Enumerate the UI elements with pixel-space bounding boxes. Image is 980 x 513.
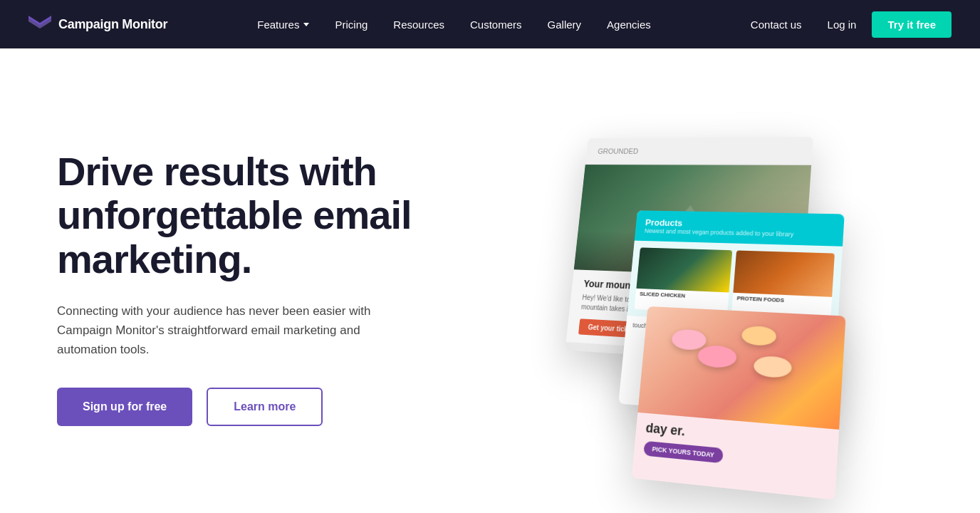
login-link[interactable]: Log in — [818, 13, 867, 36]
nav-links: Features Pricing Resources Customers Gal… — [247, 13, 661, 36]
card1-header: GROUNDED — [585, 137, 813, 165]
signup-free-button[interactable]: Sign up for free — [57, 388, 192, 426]
hero-content: Drive results with unforgettable email m… — [57, 150, 456, 426]
hero-buttons: Sign up for free Learn more — [57, 388, 456, 426]
nav-resources[interactable]: Resources — [383, 13, 454, 36]
chevron-down-icon — [303, 23, 309, 26]
nav-gallery[interactable]: Gallery — [538, 13, 592, 36]
hero-section: Drive results with unforgettable email m… — [0, 48, 980, 513]
logo-icon — [28, 16, 51, 33]
card3-suffix: er. — [667, 423, 686, 439]
try-free-button[interactable]: Try it free — [872, 11, 952, 38]
learn-more-button[interactable]: Learn more — [207, 388, 323, 426]
nav-pricing[interactable]: Pricing — [325, 13, 377, 36]
email-stack: GROUNDED Your mountain is waiting! Hey! … — [504, 123, 917, 483]
nav-customers[interactable]: Customers — [460, 13, 532, 36]
navbar: Campaign Monitor Features Pricing Resour… — [0, 0, 980, 48]
hero-visual: GROUNDED Your mountain is waiting! Hey! … — [456, 110, 952, 466]
contact-link[interactable]: Contact us — [741, 13, 812, 36]
grounded-label: GROUNDED — [598, 147, 639, 155]
logo-text: Campaign Monitor — [58, 17, 167, 32]
product-image-2 — [733, 250, 835, 296]
logo[interactable]: Campaign Monitor — [28, 16, 167, 33]
hero-title: Drive results with unforgettable email m… — [57, 150, 456, 281]
hero-subtitle: Connecting with your audience has never … — [57, 301, 413, 360]
nav-agencies[interactable]: Agencies — [597, 13, 661, 36]
nav-features[interactable]: Features — [247, 13, 319, 36]
card3-cta: PICK YOURS TODAY — [643, 441, 724, 464]
card3-image — [637, 306, 845, 430]
nav-right: Contact us Log in Try it free — [741, 11, 952, 38]
